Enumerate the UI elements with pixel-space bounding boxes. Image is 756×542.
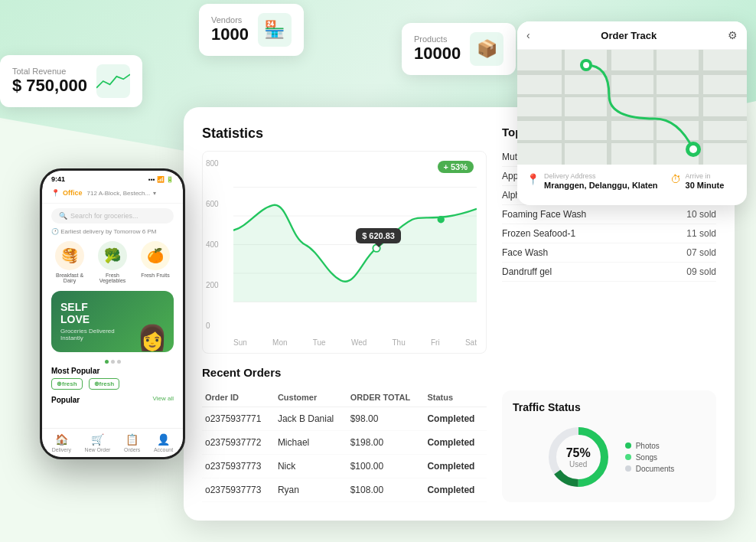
songs-dot bbox=[625, 454, 631, 460]
y-label-0: 0 bbox=[206, 322, 219, 330]
documents-label: Documents bbox=[636, 465, 675, 473]
clock-icon-small: 🕐 bbox=[51, 228, 59, 235]
nav-new-order[interactable]: 🛒 New Order bbox=[85, 433, 111, 452]
orders-nav-label: Orders bbox=[124, 447, 140, 452]
order-id-cell: o2375937772 bbox=[202, 431, 275, 455]
photos-label: Photos bbox=[636, 442, 660, 450]
search-icon-phone: 🔍 bbox=[59, 212, 67, 220]
phone-screen: 9:41 ▪▪▪ 📶 🔋 📍 Office 712 A-Block, Beste… bbox=[42, 171, 183, 457]
delivery-address-item: 📍 Delivery Address Mranggen, Delanggu, K… bbox=[526, 172, 658, 190]
back-icon[interactable]: ‹ bbox=[526, 29, 530, 41]
new-order-nav-label: New Order bbox=[85, 447, 111, 452]
orders-header-row: Order ID Customer ORDER TOTAL Status bbox=[202, 388, 487, 407]
legend-photos: Photos bbox=[625, 442, 675, 450]
vendors-info: Vendors 1000 bbox=[211, 15, 249, 44]
x-label-mon: Mon bbox=[272, 338, 287, 347]
x-label-fri: Fri bbox=[431, 338, 440, 347]
banner-text: SELFLOVE Groceries DeliveredInstantly bbox=[60, 302, 115, 341]
phone-popular: Most Popular ⊛fresh ⊛fresh Popular View … bbox=[42, 364, 183, 410]
x-label-wed: Wed bbox=[351, 338, 367, 347]
category-breakfast[interactable]: 🥞 Breakfast &Dairy bbox=[55, 241, 84, 283]
list-item: Face Wash 07 sold bbox=[502, 243, 716, 263]
arrive-label: Arrive in bbox=[686, 172, 725, 180]
status-cell: Completed bbox=[424, 455, 487, 478]
banner-title: SELFLOVE bbox=[60, 302, 115, 325]
fruits-label: Fresh Fruits bbox=[141, 273, 169, 278]
total-cell: $108.00 bbox=[347, 478, 425, 502]
order-id-cell: o2375937773 bbox=[202, 455, 275, 478]
list-item: Frozen Seafood-1 11 sold bbox=[502, 224, 716, 243]
revenue-label: Total Revenue bbox=[12, 67, 87, 76]
delivery-label: Delivery Address bbox=[544, 172, 658, 180]
traffic-title: Traffic Status bbox=[513, 401, 705, 413]
view-all-link[interactable]: View all bbox=[153, 395, 174, 402]
phone-search-bar[interactable]: 🔍 Search for groceries... bbox=[51, 208, 174, 224]
table-row: o2375937773 Ryan $108.00 Completed bbox=[202, 478, 487, 502]
x-label-tue: Tue bbox=[313, 338, 326, 347]
arrive-value: 30 Minute bbox=[686, 181, 725, 190]
statistics-panel: Statistics 800 600 400 200 0 bbox=[202, 126, 487, 502]
account-nav-label: Account bbox=[154, 447, 173, 452]
svg-rect-0 bbox=[517, 50, 747, 165]
delivery-address-info: Delivery Address Mranggen, Delanggu, Kla… bbox=[544, 172, 658, 190]
brand-fresh-1[interactable]: ⊛fresh bbox=[51, 378, 83, 390]
phone-location: 📍 Office 712 A-Block, Bestech... ▾ bbox=[51, 189, 174, 197]
total-cell: $198.00 bbox=[347, 431, 425, 455]
nav-delivery[interactable]: 🏠 Delivery bbox=[52, 433, 71, 452]
phone-status-bar: 9:41 ▪▪▪ 📶 🔋 bbox=[42, 171, 183, 186]
brand-fresh-2[interactable]: ⊛fresh bbox=[89, 378, 120, 390]
popular-row: Popular View all bbox=[51, 393, 174, 404]
traffic-legend: Photos Songs Documents bbox=[625, 442, 675, 473]
products-info: Products 10000 bbox=[414, 34, 461, 64]
orders-table: Order ID Customer ORDER TOTAL Status o23… bbox=[202, 388, 487, 502]
total-cell: $100.00 bbox=[347, 455, 425, 478]
donut-sub: Used bbox=[566, 460, 591, 469]
list-item: Dandruff gel 09 sold bbox=[502, 263, 716, 282]
x-label-sat: Sat bbox=[465, 338, 477, 347]
banner-subtitle: Groceries DeliveredInstantly bbox=[60, 328, 115, 341]
x-label-sun: Sun bbox=[233, 338, 247, 347]
legend-songs: Songs bbox=[625, 453, 675, 462]
nav-orders[interactable]: 📋 Orders bbox=[124, 433, 140, 452]
vendors-label: Vendors bbox=[211, 15, 249, 24]
donut-percent: 75% bbox=[566, 446, 591, 460]
svg-point-19 bbox=[438, 216, 445, 223]
brand-logos: ⊛fresh ⊛fresh bbox=[51, 378, 174, 390]
recent-orders-section: Recent Orders Order ID Customer ORDER TO… bbox=[202, 366, 487, 502]
svg-point-12 bbox=[689, 145, 697, 153]
category-fruits[interactable]: 🍊 Fresh Fruits bbox=[141, 241, 170, 283]
songs-label: Songs bbox=[636, 453, 657, 462]
nav-account[interactable]: 👤 Account bbox=[154, 433, 173, 452]
orders-nav-icon: 📋 bbox=[125, 433, 138, 446]
category-vegetables[interactable]: 🥦 FreshVegetables bbox=[98, 241, 127, 283]
status-cell: Completed bbox=[424, 407, 487, 431]
donut-chart: 75% Used bbox=[544, 423, 613, 491]
settings-icon[interactable]: ⚙ bbox=[728, 29, 738, 41]
orders-table-body: o2375937771 Jack B Danial $98.00 Complet… bbox=[202, 407, 487, 502]
table-row: o2375937771 Jack B Danial $98.00 Complet… bbox=[202, 407, 487, 431]
documents-dot bbox=[625, 465, 631, 472]
products-label: Products bbox=[414, 34, 461, 44]
price-tooltip: $ 620.83 bbox=[356, 228, 401, 243]
phone-categories: 🥞 Breakfast &Dairy 🥦 FreshVegetables 🍊 F… bbox=[42, 238, 183, 286]
map-area bbox=[517, 50, 747, 165]
vendors-icon: 🏪 bbox=[258, 13, 292, 47]
col-order-id: Order ID bbox=[202, 388, 275, 407]
order-track-card: ‹ Order Track ⚙ bbox=[517, 21, 747, 205]
products-icon: 📦 bbox=[470, 32, 503, 66]
products-card: Products 10000 📦 bbox=[402, 23, 516, 75]
donut-wrapper: 75% Used Photos Songs bbox=[513, 423, 705, 491]
y-label-200: 200 bbox=[206, 281, 219, 289]
order-track-title: Order Track bbox=[601, 30, 657, 41]
revenue-card: Total Revenue $ 750,000 bbox=[0, 55, 142, 107]
phone-signal-icons: ▪▪▪ 📶 🔋 bbox=[148, 176, 174, 183]
popular-header: Most Popular bbox=[51, 367, 174, 375]
popular-label: Popular bbox=[51, 396, 80, 404]
donut-label: 75% Used bbox=[566, 446, 591, 469]
revenue-value: $ 750,000 bbox=[12, 76, 87, 96]
phone-banner: SELFLOVE Groceries DeliveredInstantly 👩 bbox=[51, 291, 174, 352]
products-value: 10000 bbox=[414, 44, 461, 64]
order-id-cell: o2375937773 bbox=[202, 478, 275, 502]
growth-badge: + 53% bbox=[438, 161, 474, 173]
delivery-nav-icon: 🏠 bbox=[55, 433, 68, 446]
